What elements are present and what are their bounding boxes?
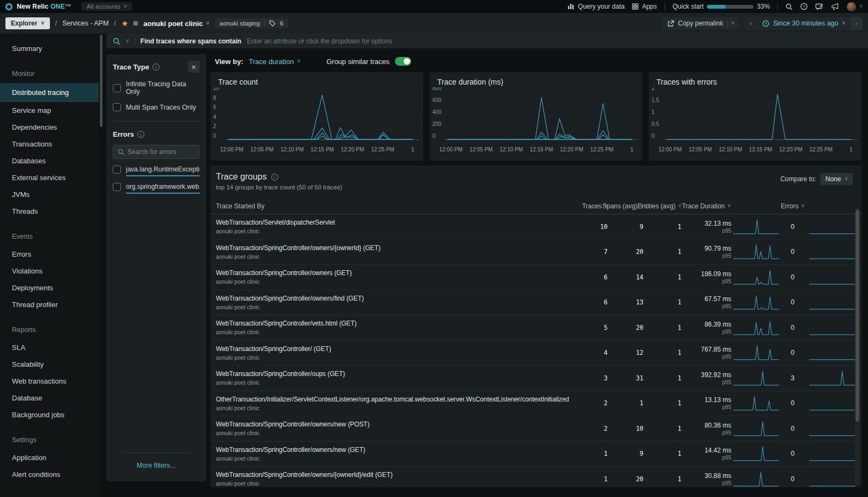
errors-count: 0	[778, 298, 807, 306]
svg-text:12:15 PM: 12:15 PM	[311, 146, 334, 152]
sidebar-item-distributed-tracing[interactable]: Distributed tracing	[0, 83, 99, 102]
entity-dropdown[interactable]: aonuki poet clinic˅	[143, 20, 209, 28]
compare-to-dropdown[interactable]: None˅	[820, 173, 853, 185]
sidebar-item-background-jobs[interactable]: Background jobs	[0, 406, 99, 423]
table-row[interactable]: WebTransaction/SpringController/oups (GE…	[210, 366, 861, 391]
trace-group-name[interactable]: WebTransaction/SpringController/owners (…	[216, 269, 580, 277]
table-row[interactable]: WebTransaction/SpringController/owners/{…	[210, 240, 861, 265]
table-row[interactable]: WebTransaction/SpringController/owners (…	[210, 265, 861, 290]
column-entities-sort[interactable]: Entities (avg)˅	[643, 202, 681, 210]
announcements-button[interactable]	[831, 3, 839, 10]
duration-sparkline	[731, 291, 778, 313]
group-similar-traces-toggle[interactable]	[395, 57, 411, 66]
breadcrumb-services-apm[interactable]: Services - APM	[62, 20, 108, 27]
sidebar-item-summary[interactable]: Summary	[0, 40, 99, 57]
info-icon[interactable]: i	[271, 174, 278, 181]
trace-group-name[interactable]: WebTransaction/SpringController/owners/n…	[216, 420, 580, 428]
sidebar-item-scalability[interactable]: Scalability	[0, 356, 99, 373]
more-filters-link[interactable]: More filters...	[106, 462, 206, 469]
new-relic-logo-icon	[5, 3, 12, 10]
trace-group-name[interactable]: WebTransaction/SpringController/owners/{…	[216, 244, 580, 252]
feedback-button[interactable]	[815, 3, 824, 10]
checkbox[interactable]	[113, 103, 121, 111]
trace-duration-value: 186.09 ms p95	[681, 270, 731, 284]
user-menu[interactable]: ˅	[847, 2, 863, 11]
trace-group-name[interactable]: OtherTransaction/Initializer/ServletCont…	[216, 396, 580, 403]
view-by-dropdown[interactable]: Trace duration˅	[249, 58, 301, 66]
info-icon[interactable]: i	[152, 63, 159, 71]
trace-group-name[interactable]: WebTransaction/SpringController/owners/f…	[216, 295, 580, 302]
table-row[interactable]: WebTransaction/SpringController/owners/f…	[210, 290, 861, 316]
table-row[interactable]: OtherTransaction/Initializer/ServletCont…	[210, 391, 861, 417]
sidebar-item-databases[interactable]: Databases	[0, 152, 99, 169]
apps-button[interactable]: Apps	[632, 3, 656, 10]
entities-avg: 1	[643, 399, 681, 407]
close-filters-button[interactable]: ×	[188, 61, 200, 73]
svg-text:6: 6	[213, 104, 216, 110]
sidebar-item-dependencies[interactable]: Dependencies	[0, 119, 99, 136]
sidebar-item-thread-profiler[interactable]: Thread profiler	[0, 296, 99, 313]
trace-group-name[interactable]: WebTransaction/SpringController/owners/n…	[216, 446, 580, 454]
entity-tags[interactable]: aonuki staging 6	[215, 18, 289, 28]
trace-group-name[interactable]: WebTransaction/SpringController/owners/{…	[216, 471, 580, 479]
errors-count: 3	[778, 374, 807, 382]
filter-option: Multi Span Traces Only	[113, 103, 200, 111]
help-button[interactable]: ?	[800, 3, 808, 10]
errors-count: 0	[778, 425, 807, 432]
table-row[interactable]: WebTransaction/SpringController/vets.htm…	[210, 315, 861, 341]
search-button[interactable]	[786, 3, 793, 10]
sidebar-item-service-map[interactable]: Service map	[0, 102, 99, 119]
trace-search-input[interactable]	[247, 37, 861, 45]
sidebar-item-transactions[interactable]: Transactions	[0, 136, 99, 152]
sidebar-item-violations[interactable]: Violations	[0, 263, 99, 279]
checkbox[interactable]	[113, 183, 121, 191]
svg-text:12:20 PM: 12:20 PM	[779, 146, 802, 152]
trace-group-name[interactable]: WebTransaction/SpringController/vets.htm…	[216, 320, 580, 327]
table-row[interactable]: WebTransaction/SpringController/owners/n…	[210, 416, 861, 442]
query-your-data-button[interactable]: Query your data	[567, 3, 624, 10]
time-picker-dropdown[interactable]: Since 30 minutes ago ˅	[757, 17, 851, 29]
copy-permalink-button[interactable]: Copy permalink ˅	[662, 17, 739, 29]
checkbox[interactable]	[113, 84, 121, 92]
sidebar-item-errors[interactable]: Errors	[0, 246, 99, 263]
table-row[interactable]: WebTransaction/SpringController/owners/n…	[210, 442, 861, 467]
sidebar-item-application[interactable]: Application	[0, 449, 99, 466]
trace-duration-value: 67.57 ms p95	[681, 295, 731, 309]
time-back-button[interactable]: ‹	[745, 17, 757, 30]
table-row[interactable]: WebTransaction/Servlet/dispatcherServlet…	[210, 214, 861, 240]
sidebar-item-threads[interactable]: Threads	[0, 203, 99, 220]
search-icon[interactable]	[113, 37, 120, 45]
column-duration-sort[interactable]: Trace Duration˅	[681, 202, 731, 210]
sidebar-item-database[interactable]: Database	[0, 390, 99, 406]
explorer-dropdown[interactable]: Explorer˅	[5, 17, 50, 29]
trace-group-name[interactable]: WebTransaction/SpringController/oups (GE…	[216, 370, 580, 378]
sidebar-item-alert-conditions[interactable]: Alert conditions	[0, 466, 99, 483]
time-forward-button[interactable]: ›	[851, 17, 863, 30]
svg-text:12:05 PM: 12:05 PM	[688, 146, 712, 152]
sidebar-item-external-services[interactable]: External services	[0, 169, 99, 186]
favorite-star-icon[interactable]: ★	[122, 20, 129, 27]
sidebar-item-web-transactions[interactable]: Web transactions	[0, 373, 99, 390]
errors-sparkline	[807, 241, 854, 263]
trace-group-name[interactable]: WebTransaction/Servlet/dispatcherServlet	[216, 219, 580, 226]
permalink-icon	[667, 20, 674, 27]
trace-groups-subtitle: top 14 groups by trace count (50 of 50 t…	[216, 184, 861, 190]
sidebar-item-deployments[interactable]: Deployments	[0, 279, 99, 296]
trace-group-entity: aonuki poet clinic	[216, 354, 580, 361]
column-trace-started-by[interactable]: Trace Started By	[216, 202, 584, 210]
table-row[interactable]: WebTransaction/SpringController/ (GET) a…	[210, 341, 861, 366]
chevron-down-icon[interactable]: ˅	[126, 39, 129, 44]
errors-search-input[interactable]	[127, 148, 195, 156]
trace-group-name[interactable]: WebTransaction/SpringController/ (GET)	[216, 345, 580, 353]
quick-start-progress[interactable]: Quick start 33%	[673, 3, 770, 10]
checkbox[interactable]	[113, 165, 121, 174]
sidebar-item-jvms[interactable]: JVMs	[0, 186, 99, 203]
column-errors-sort[interactable]: Errors˅	[731, 202, 854, 210]
table-row[interactable]: WebTransaction/SpringController/owners/{…	[210, 467, 861, 487]
table-scrollbar-thumb[interactable]	[856, 210, 859, 422]
svg-text:12:00 PM: 12:00 PM	[439, 146, 463, 152]
sidebar-item-sla[interactable]: SLA	[0, 339, 99, 356]
sidebar-scrollbar[interactable]	[100, 35, 103, 127]
accounts-dropdown[interactable]: All accounts˅	[81, 2, 132, 11]
info-icon[interactable]: i	[137, 131, 144, 138]
